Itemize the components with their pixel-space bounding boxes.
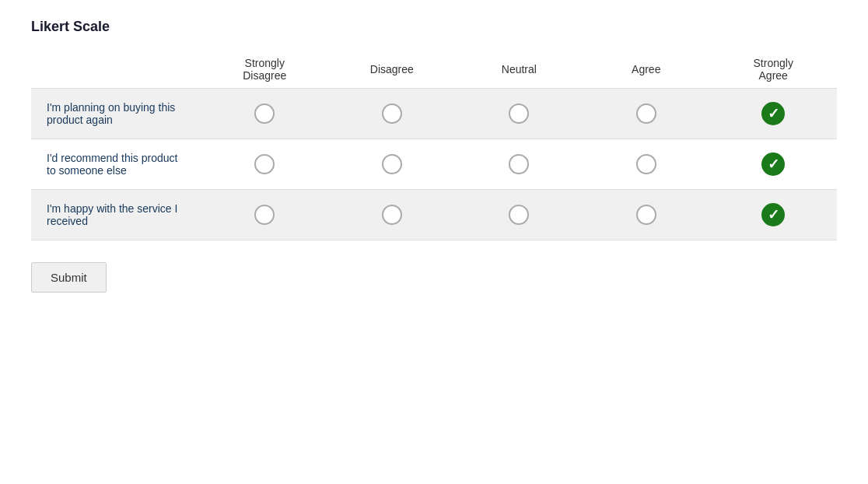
table-header: StronglyDisagree Disagree Neutral Agree … <box>31 47 837 89</box>
radio-unchecked[interactable] <box>254 154 275 174</box>
header-agree: Agree <box>583 47 709 89</box>
radio-cell-r1-c2[interactable] <box>456 139 583 190</box>
header-label-col <box>31 47 201 89</box>
table-row: I'm happy with the service I received <box>31 190 837 240</box>
table-row: I'm planning on buying this product agai… <box>31 89 837 139</box>
radio-unchecked[interactable] <box>509 205 529 225</box>
radio-unchecked[interactable] <box>382 154 402 174</box>
header-strongly-agree: StronglyAgree <box>709 47 837 89</box>
radio-unchecked[interactable] <box>382 103 402 124</box>
radio-cell-r0-c3[interactable] <box>583 89 709 139</box>
submit-button[interactable]: Submit <box>31 262 107 293</box>
radio-cell-r2-c1[interactable] <box>328 190 456 240</box>
row-label-2: I'm happy with the service I received <box>31 190 201 240</box>
page-title: Likert Scale <box>31 19 837 35</box>
radio-checked-icon[interactable] <box>761 153 785 176</box>
radio-cell-r1-c3[interactable] <box>583 139 709 190</box>
header-disagree: Disagree <box>328 47 456 89</box>
row-label-1: I'd recommend this product to someone el… <box>31 139 201 190</box>
radio-cell-r2-c4[interactable] <box>709 190 837 240</box>
radio-cell-r0-c2[interactable] <box>456 89 583 139</box>
table-row: I'd recommend this product to someone el… <box>31 139 837 190</box>
radio-unchecked[interactable] <box>636 154 656 174</box>
radio-cell-r0-c0[interactable] <box>201 89 328 139</box>
radio-cell-r1-c1[interactable] <box>328 139 456 190</box>
radio-unchecked[interactable] <box>509 103 529 124</box>
header-neutral: Neutral <box>456 47 583 89</box>
radio-cell-r1-c4[interactable] <box>709 139 837 190</box>
radio-cell-r1-c0[interactable] <box>201 139 328 190</box>
radio-cell-r2-c3[interactable] <box>583 190 709 240</box>
radio-cell-r2-c2[interactable] <box>456 190 583 240</box>
radio-unchecked[interactable] <box>254 103 275 124</box>
radio-checked-icon[interactable] <box>761 102 785 125</box>
radio-cell-r0-c4[interactable] <box>709 89 837 139</box>
radio-unchecked[interactable] <box>636 103 656 124</box>
radio-unchecked[interactable] <box>254 205 275 225</box>
radio-checked-icon[interactable] <box>761 203 785 226</box>
header-strongly-disagree: StronglyDisagree <box>201 47 328 89</box>
likert-table: StronglyDisagree Disagree Neutral Agree … <box>31 47 837 240</box>
radio-unchecked[interactable] <box>636 205 656 225</box>
row-label-0: I'm planning on buying this product agai… <box>31 89 201 139</box>
radio-cell-r0-c1[interactable] <box>328 89 456 139</box>
radio-unchecked[interactable] <box>382 205 402 225</box>
radio-cell-r2-c0[interactable] <box>201 190 328 240</box>
radio-unchecked[interactable] <box>509 154 529 174</box>
